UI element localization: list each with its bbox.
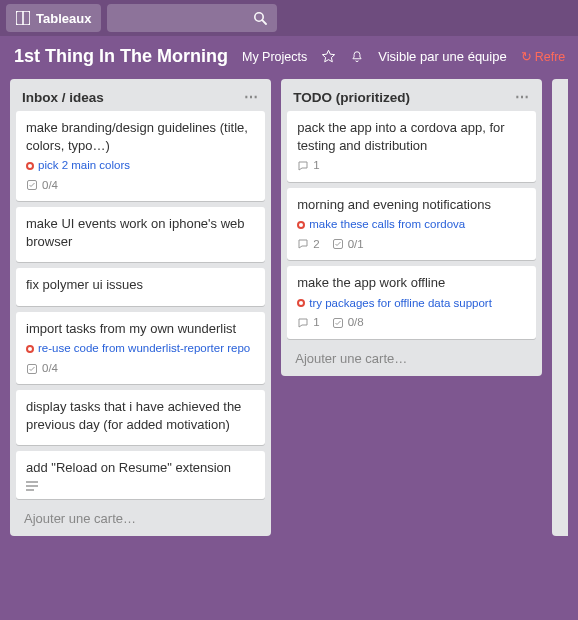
card-subtask: pick 2 main colors: [26, 158, 255, 174]
card-title: morning and evening notifications: [297, 196, 526, 214]
list-title[interactable]: TODO (prioritized): [293, 90, 410, 105]
card-badges: 1 0/8: [297, 315, 526, 331]
card-badges: [26, 481, 255, 491]
refresh-button[interactable]: ↻Refre: [521, 49, 566, 64]
comments-badge: 2: [297, 237, 319, 253]
comments-badge: 1: [297, 158, 319, 174]
card-title: display tasks that i have achieved the p…: [26, 398, 255, 433]
card[interactable]: add "Reload on Resume" extension: [16, 451, 265, 499]
checklist-badge: 0/8: [332, 315, 364, 331]
checklist-badge: 0/4: [26, 361, 58, 377]
refresh-icon: ↻: [521, 50, 532, 64]
search-icon: [253, 11, 267, 25]
card-subtask: try packages for offline data support: [297, 296, 526, 312]
add-card-button[interactable]: Ajouter une carte…: [16, 505, 265, 528]
search-input[interactable]: [107, 4, 277, 32]
card[interactable]: make UI events work on iphone's web brow…: [16, 207, 265, 262]
star-icon[interactable]: [321, 49, 336, 65]
card-badges: 1: [297, 158, 526, 174]
checklist-badge: 0/4: [26, 178, 58, 194]
boards-icon: [16, 11, 30, 25]
card[interactable]: morning and evening notifications make t…: [287, 188, 536, 261]
checklist-badge: 0/1: [332, 237, 364, 253]
bullet-icon: [26, 162, 34, 170]
card-title: add "Reload on Resume" extension: [26, 459, 255, 477]
list-peek[interactable]: [552, 79, 568, 536]
bell-icon[interactable]: [350, 49, 364, 65]
card[interactable]: import tasks from my own wunderlist re-u…: [16, 312, 265, 385]
list-menu-icon[interactable]: ⋯: [515, 89, 530, 105]
card-subtask: make these calls from cordova: [297, 217, 526, 233]
board-canvas: Inbox / ideas ⋯ make branding/design gui…: [0, 73, 578, 548]
topbar: Tableaux: [0, 0, 578, 36]
list-header: TODO (prioritized) ⋯: [287, 85, 536, 111]
card[interactable]: pack the app into a cordova app, for tes…: [287, 111, 536, 182]
description-icon: [26, 481, 38, 491]
list-title[interactable]: Inbox / ideas: [22, 90, 104, 105]
card-badges: 0/4: [26, 178, 255, 194]
card-title: make branding/design guidelines (title, …: [26, 119, 255, 154]
board-header: 1st Thing In The Morning My Projects Vis…: [0, 36, 578, 73]
card[interactable]: make branding/design guidelines (title, …: [16, 111, 265, 201]
card-title: import tasks from my own wunderlist: [26, 320, 255, 338]
card-badges: 2 0/1: [297, 237, 526, 253]
list-inbox: Inbox / ideas ⋯ make branding/design gui…: [10, 79, 271, 536]
card-badges: 0/4: [26, 361, 255, 377]
bullet-icon: [26, 345, 34, 353]
my-projects-link[interactable]: My Projects: [242, 50, 307, 64]
list-header: Inbox / ideas ⋯: [16, 85, 265, 111]
card[interactable]: display tasks that i have achieved the p…: [16, 390, 265, 445]
list-menu-icon[interactable]: ⋯: [244, 89, 259, 105]
boards-label: Tableaux: [36, 11, 91, 26]
board-title[interactable]: 1st Thing In The Morning: [14, 46, 228, 67]
card[interactable]: make the app work offline try packages f…: [287, 266, 536, 339]
card-title: pack the app into a cordova app, for tes…: [297, 119, 526, 154]
comments-badge: 1: [297, 315, 319, 331]
bullet-icon: [297, 299, 305, 307]
card[interactable]: fix polymer ui issues: [16, 268, 265, 306]
bullet-icon: [297, 221, 305, 229]
svg-line-3: [263, 20, 267, 24]
visibility-label: Visible par une équipe: [378, 49, 506, 64]
card-title: fix polymer ui issues: [26, 276, 255, 294]
boards-button[interactable]: Tableaux: [6, 4, 101, 32]
card-title: make UI events work on iphone's web brow…: [26, 215, 255, 250]
visibility-indicator[interactable]: Visible par une équipe: [378, 49, 506, 64]
card-title: make the app work offline: [297, 274, 526, 292]
add-card-button[interactable]: Ajouter une carte…: [287, 345, 536, 368]
list-todo: TODO (prioritized) ⋯ pack the app into a…: [281, 79, 542, 376]
card-subtask: re-use code from wunderlist-reporter rep…: [26, 341, 255, 357]
